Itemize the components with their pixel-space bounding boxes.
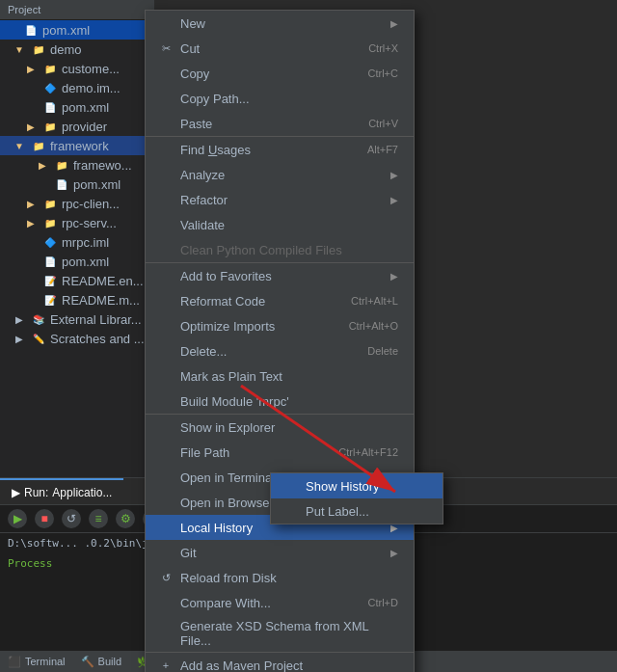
tree-item-pom-xml-top[interactable]: 📄 pom.xml <box>0 20 154 40</box>
spacer <box>23 80 39 95</box>
status-build[interactable]: 🔨 Build <box>81 656 121 668</box>
menu-item-mark-plain[interactable]: Mark as Plain Text <box>146 363 414 389</box>
folder-arrow-icon: ▶ <box>23 196 39 211</box>
menu-item-show-explorer[interactable]: Show in Explorer <box>146 414 414 440</box>
spacer <box>23 234 39 250</box>
validate-icon <box>157 216 174 233</box>
spacer <box>23 273 39 288</box>
menu-item-validate[interactable]: Validate <box>146 212 414 237</box>
copy-icon <box>157 65 174 82</box>
optimize-shortcut: Ctrl+Alt+O <box>349 320 398 332</box>
tree-item-demo[interactable]: ▼ 📁 demo <box>0 40 154 59</box>
scratch-icon: ✏️ <box>31 331 46 346</box>
tree-item-label: rpc-serv... <box>62 216 117 230</box>
tab-run[interactable]: ▶ Run: Applicatio... <box>0 478 123 504</box>
submenu-arrow: ▶ <box>390 18 398 29</box>
copy-shortcut: Ctrl+C <box>368 67 398 79</box>
menu-item-generate-xsd[interactable]: Generate XSD Schema from XML File... <box>146 615 414 652</box>
xml-icon: 📄 <box>42 99 58 115</box>
menu-item-reload[interactable]: ↺ Reload from Disk <box>146 565 414 590</box>
file-path-icon <box>157 444 174 461</box>
menu-item-new-label: New <box>180 16 390 31</box>
tree-item-rpc-client[interactable]: ▶ 📁 rpc-clien... <box>0 194 154 213</box>
menu-item-cut[interactable]: ✂ Cut Ctrl+X <box>146 36 414 61</box>
build-icon: 🔨 <box>81 656 94 668</box>
tree-item-label: README.en... <box>62 274 144 288</box>
tree-item-mrpc-iml[interactable]: 🔷 mrpc.iml <box>0 232 154 252</box>
tree-item-label: Scratches and ... <box>50 332 145 346</box>
find-usages-shortcut: Alt+F7 <box>367 144 398 155</box>
tree-item-pom-root[interactable]: 📄 pom.xml <box>0 252 154 271</box>
menu-item-add-favorites[interactable]: Add to Favorites ▶ <box>146 262 414 288</box>
menu-item-reformat[interactable]: Reformat Code Ctrl+Alt+L <box>146 288 414 313</box>
lib-icon: 📚 <box>31 311 46 327</box>
menu-item-add-maven[interactable]: + Add as Maven Project <box>146 652 414 672</box>
compare-icon <box>157 594 174 611</box>
menu-item-build-module-label: Build Module 'mrpc' <box>180 394 398 409</box>
run-stop-button[interactable]: ■ <box>35 509 54 528</box>
menu-item-reload-label: Reload from Disk <box>180 571 398 585</box>
status-terminal[interactable]: ⬛ Terminal <box>8 656 66 668</box>
menu-item-optimize[interactable]: Optimize Imports Ctrl+Alt+O <box>146 313 414 338</box>
tree-item-label: pom.xml <box>42 23 90 38</box>
menu-item-file-path[interactable]: File Path Ctrl+Alt+F12 <box>146 440 414 465</box>
reformat-icon <box>157 292 174 309</box>
browser-icon <box>157 494 174 511</box>
menu-item-cut-label: Cut <box>180 41 368 56</box>
tree-item-label: framework <box>50 139 109 153</box>
tree-item-demo-iml[interactable]: 🔷 demo.im... <box>0 78 154 97</box>
favorites-arrow: ▶ <box>390 271 398 282</box>
sidebar-title: Project <box>8 4 40 15</box>
spacer <box>23 254 39 269</box>
paste-shortcut: Ctrl+V <box>368 118 398 129</box>
menu-item-paste[interactable]: Paste Ctrl+V <box>146 111 414 136</box>
folder-arrow-icon: ▶ <box>12 331 27 346</box>
menu-item-delete[interactable]: Delete... Delete <box>146 338 414 363</box>
menu-item-git[interactable]: Git ▶ <box>146 540 414 565</box>
reformat-shortcut: Ctrl+Alt+L <box>351 295 398 307</box>
menu-item-new[interactable]: New ▶ <box>146 11 414 36</box>
tree-item-custome[interactable]: ▶ 📁 custome... <box>0 59 154 78</box>
submenu-item-put-label[interactable]: Put Label... <box>271 498 443 524</box>
analyze-arrow: ▶ <box>390 170 398 180</box>
menu-item-build-module[interactable]: Build Module 'mrpc' <box>146 389 414 414</box>
run-scroll-button[interactable]: ≡ <box>89 509 108 528</box>
sidebar-header: Project <box>0 0 154 20</box>
menu-item-find-usages[interactable]: Find Usages Alt+F7 <box>146 136 414 162</box>
tree-item-label: pom.xml <box>62 100 109 115</box>
tree-item-framewo[interactable]: ▶ 📁 framewo... <box>0 155 154 175</box>
submenu-item-show-history[interactable]: Show History <box>271 473 443 498</box>
menu-item-show-explorer-label: Show in Explorer <box>180 420 398 435</box>
menu-item-analyze[interactable]: Analyze ▶ <box>146 162 414 187</box>
optimize-icon <box>157 317 174 335</box>
tab-run-label: Run: <box>24 486 48 499</box>
tree-item-rpc-server[interactable]: ▶ 📁 rpc-serv... <box>0 213 154 232</box>
menu-item-copy-path[interactable]: Copy Path... <box>146 86 414 111</box>
menu-item-copy[interactable]: Copy Ctrl+C <box>146 61 414 86</box>
tree-item-pom-fw[interactable]: 📄 pom.xml <box>0 175 154 194</box>
menu-item-add-favorites-label: Add to Favorites <box>180 269 390 283</box>
folder-icon: 📁 <box>31 41 46 57</box>
run-play-button[interactable]: ▶ <box>8 509 27 528</box>
run-rerun-button[interactable]: ↺ <box>62 509 81 528</box>
tree-item-readme-md[interactable]: 📝 README.m... <box>0 290 154 309</box>
menu-item-file-path-label: File Path <box>180 445 338 460</box>
find-usages-icon <box>157 141 174 158</box>
menu-item-refactor[interactable]: Refactor ▶ <box>146 187 414 212</box>
menu-item-compare[interactable]: Compare With... Ctrl+D <box>146 590 414 615</box>
tree-item-readme-en[interactable]: 📝 README.en... <box>0 271 154 290</box>
tree-item-pom-demo[interactable]: 📄 pom.xml <box>0 97 154 117</box>
folder-icon: 📁 <box>42 215 58 230</box>
copy-path-icon <box>157 90 174 107</box>
tree-item-provider[interactable]: ▶ 📁 provider <box>0 117 154 136</box>
tree-item-ext-lib[interactable]: ▶ 📚 External Librar... <box>0 309 154 329</box>
git-arrow: ▶ <box>390 548 398 558</box>
compare-shortcut: Ctrl+D <box>368 597 398 608</box>
tab-app-label: Applicatio... <box>52 486 112 499</box>
tree-item-scratches[interactable]: ▶ ✏️ Scratches and ... <box>0 329 154 348</box>
menu-item-analyze-label: Analyze <box>180 168 390 182</box>
tree-item-framework[interactable]: ▼ 📁 framework <box>0 136 154 155</box>
run-settings-button[interactable]: ⚙ <box>116 509 135 528</box>
build-module-icon <box>157 392 174 410</box>
iml-icon: 🔷 <box>42 80 58 95</box>
